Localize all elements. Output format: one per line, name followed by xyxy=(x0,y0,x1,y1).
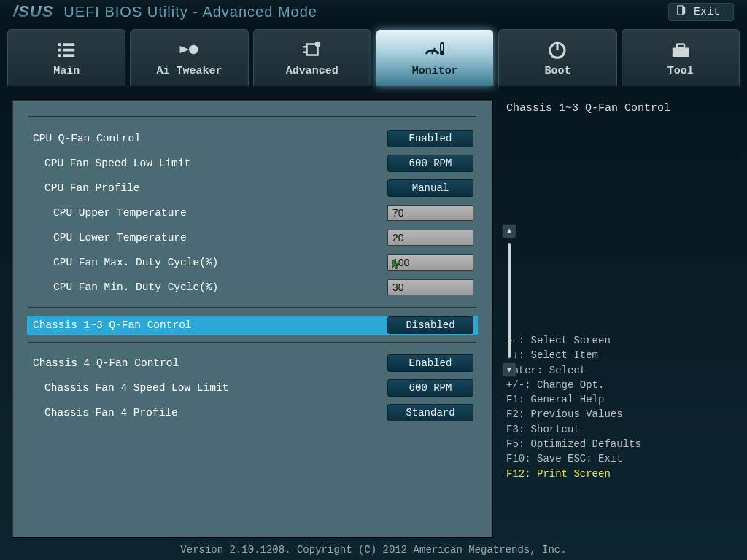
hint-line: +/-: Change Opt. xyxy=(506,378,735,392)
svg-rect-18 xyxy=(677,44,684,48)
scroll-down-button[interactable]: ▼ xyxy=(502,362,516,377)
row-chassis4-profile[interactable]: Chassis Fan 4 Profile Standard xyxy=(31,400,473,425)
svg-rect-13 xyxy=(441,43,444,52)
dropdown-cpu-qfan[interactable]: Enabled xyxy=(387,130,473,147)
label: CPU Fan Profile xyxy=(44,182,387,194)
row-chassis13-qfan[interactable]: Chassis 1~3 Q-Fan Control Disabled xyxy=(27,316,478,335)
panel-scrollbar[interactable]: ▲ ▼ xyxy=(503,224,516,377)
tab-label: Boot xyxy=(544,65,570,77)
top-bar: /SUS UEFI BIOS Utility - Advanced Mode E… xyxy=(0,0,747,23)
hint-line-highlight: F12: Print Screen xyxy=(506,467,735,481)
dropdown-chassis13[interactable]: Disabled xyxy=(387,316,473,334)
settings-panel: CPU Q-Fan Control Enabled CPU Fan Speed … xyxy=(12,99,493,538)
list-icon xyxy=(55,39,77,61)
input-cpu-lower-temp[interactable] xyxy=(387,230,473,246)
tab-label: Advanced xyxy=(286,65,338,77)
comet-icon xyxy=(178,39,200,61)
row-cpu-min-duty[interactable]: CPU Fan Min. Duty Cycle(%) xyxy=(31,275,473,300)
hint-line: F10: Save ESC: Exit xyxy=(506,451,735,466)
tab-main[interactable]: Main xyxy=(7,29,125,86)
svg-rect-5 xyxy=(58,54,61,57)
svg-rect-4 xyxy=(63,49,74,52)
scroll-up-button[interactable]: ▲ xyxy=(502,224,516,238)
input-cpu-upper-temp[interactable] xyxy=(387,205,473,221)
input-cpu-max-duty[interactable] xyxy=(387,254,473,271)
help-sidebar: Chassis 1~3 Q-Fan Control →←: Select Scr… xyxy=(506,99,735,538)
svg-point-14 xyxy=(440,51,444,55)
tab-label: Ai Tweaker xyxy=(156,65,222,77)
row-cpu-max-duty[interactable]: CPU Fan Max. Duty Cycle(%) xyxy=(31,250,473,275)
row-cpu-speed-low[interactable]: CPU Fan Speed Low Limit 600 RPM xyxy=(31,151,473,176)
dropdown-chassis4-qfan[interactable]: Enabled xyxy=(387,354,473,372)
svg-rect-6 xyxy=(63,54,74,57)
scroll-track[interactable] xyxy=(508,243,511,358)
label: CPU Q-Fan Control xyxy=(33,133,387,144)
hint-line: Enter: Select xyxy=(506,363,735,378)
label: CPU Fan Min. Duty Cycle(%) xyxy=(53,281,387,293)
key-hints: →←: Select Screen ↑↓: Select Item Enter:… xyxy=(506,333,735,481)
row-cpu-upper-temp[interactable]: CPU Upper Temperature xyxy=(31,201,473,225)
page-title: UEFI BIOS Utility - Advanced Mode xyxy=(63,4,317,20)
tab-boot[interactable]: Boot xyxy=(498,29,616,86)
label: Chassis 1~3 Q-Fan Control xyxy=(33,319,387,331)
dropdown-chassis4-profile[interactable]: Standard xyxy=(387,404,473,421)
brand-logo: /SUS xyxy=(13,2,53,21)
row-chassis4-low[interactable]: Chassis Fan 4 Speed Low Limit 600 RPM xyxy=(31,376,473,400)
toolbox-icon xyxy=(670,39,692,61)
label: CPU Fan Speed Low Limit xyxy=(44,158,387,169)
sidebar-title: Chassis 1~3 Q-Fan Control xyxy=(506,102,735,114)
row-cpu-profile[interactable]: CPU Fan Profile Manual xyxy=(31,176,473,201)
door-exit-icon xyxy=(676,5,686,19)
main-tabs: Main Ai Tweaker Advanced Monitor Boot To… xyxy=(0,23,747,86)
hint-line: F2: Previous Values xyxy=(506,407,735,421)
tab-tool[interactable]: Tool xyxy=(622,29,740,86)
svg-rect-2 xyxy=(63,43,74,46)
dropdown-cpu-profile[interactable]: Manual xyxy=(387,179,473,197)
tab-label: Tool xyxy=(667,65,694,77)
gauge-thermo-icon xyxy=(424,39,446,61)
hint-line: ↑↓: Select Item xyxy=(506,348,735,362)
label: Chassis 4 Q-Fan Control xyxy=(33,357,387,369)
svg-point-7 xyxy=(189,45,198,55)
hint-line: F3: Shortcut xyxy=(506,422,735,437)
hint-line: F1: General Help xyxy=(506,392,735,407)
tab-advanced[interactable]: Advanced xyxy=(253,29,371,86)
label: CPU Upper Temperature xyxy=(53,207,387,219)
exit-button[interactable]: Exit xyxy=(668,3,734,21)
svg-rect-17 xyxy=(673,48,689,58)
svg-point-9 xyxy=(316,42,320,46)
tab-label: Main xyxy=(53,65,80,77)
tab-ai-tweaker[interactable]: Ai Tweaker xyxy=(130,29,248,86)
content-area: CPU Q-Fan Control Enabled CPU Fan Speed … xyxy=(0,86,747,538)
row-chassis4-qfan[interactable]: Chassis 4 Q-Fan Control Enabled xyxy=(31,351,473,376)
tab-label: Monitor xyxy=(412,65,458,77)
label: Chassis Fan 4 Profile xyxy=(44,407,387,419)
dropdown-chassis4-low[interactable]: 600 RPM xyxy=(387,379,473,397)
dropdown-cpu-speed-low[interactable]: 600 RPM xyxy=(387,155,473,172)
svg-rect-3 xyxy=(58,49,61,52)
label: Chassis Fan 4 Speed Low Limit xyxy=(44,382,387,394)
exit-label: Exit xyxy=(694,6,720,18)
input-cpu-min-duty[interactable] xyxy=(387,279,473,295)
power-icon xyxy=(546,39,568,61)
hint-line: →←: Select Screen xyxy=(506,333,735,348)
footer-text: Version 2.10.1208. Copyright (C) 2012 Am… xyxy=(0,544,747,556)
row-cpu-lower-temp[interactable]: CPU Lower Temperature xyxy=(31,225,473,250)
svg-rect-0 xyxy=(678,5,683,14)
svg-rect-1 xyxy=(58,43,61,46)
label: CPU Fan Max. Duty Cycle(%) xyxy=(53,257,387,268)
tab-monitor[interactable]: Monitor xyxy=(376,29,494,86)
chip-icon xyxy=(301,39,323,61)
hint-line: F5: Optimized Defaults xyxy=(506,437,735,451)
label: CPU Lower Temperature xyxy=(53,232,387,244)
row-cpu-qfan[interactable]: CPU Q-Fan Control Enabled xyxy=(31,126,473,151)
